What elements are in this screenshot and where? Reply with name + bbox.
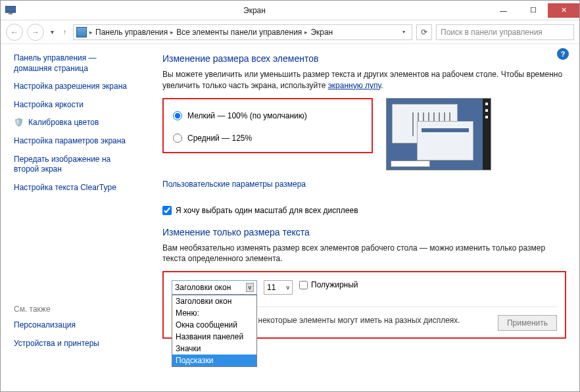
- up-button[interactable]: ↑: [60, 28, 69, 36]
- chevron-right-icon: ▸: [89, 29, 93, 36]
- help-icon[interactable]: ?: [557, 48, 569, 60]
- breadcrumb-item[interactable]: Экран: [310, 28, 333, 37]
- font-size-select[interactable]: 11v: [264, 280, 293, 295]
- sidebar-link-brightness[interactable]: Настройка яркости: [14, 100, 132, 110]
- history-dropdown-icon[interactable]: ▾: [48, 28, 57, 36]
- preview-image: [386, 98, 491, 170]
- search-input[interactable]: Поиск в панели управления: [436, 24, 574, 40]
- custom-scaling-link[interactable]: Пользовательские параметры размера: [162, 180, 306, 189]
- app-icon: [1, 6, 20, 15]
- main-panel: ? Изменение размера всех элементов Вы мо…: [139, 44, 579, 391]
- option-icons[interactable]: Значки: [172, 343, 256, 355]
- radio-medium-input[interactable]: [173, 134, 182, 143]
- sidebar-link-cleartype[interactable]: Настройка текста ClearType: [14, 183, 132, 193]
- text-size-controls-highlight: Заголовки оконv Заголовки окон Меню: Окн…: [162, 271, 566, 339]
- option-messageboxes[interactable]: Окна сообщений: [172, 319, 256, 331]
- sidebar-link-resolution[interactable]: Настройка разрешения экрана: [14, 82, 132, 92]
- option-menus[interactable]: Меню:: [172, 307, 256, 319]
- close-button[interactable]: ✕: [548, 3, 579, 18]
- seealso-heading: См. также: [14, 305, 132, 314]
- maximize-button[interactable]: ☐: [518, 3, 548, 18]
- breadcrumb-item[interactable]: Панель управления: [95, 28, 168, 37]
- option-titlebars[interactable]: Заголовки окон: [172, 295, 256, 307]
- radio-small-input[interactable]: [173, 111, 182, 120]
- option-tooltips[interactable]: Подсказки: [172, 355, 256, 366]
- description: Вы можете увеличить или уменьшить размер…: [162, 69, 566, 91]
- svg-rect-1: [9, 12, 12, 14]
- titlebar: Экран — ☐ ✕: [1, 1, 579, 20]
- single-scale-label: Я хочу выбрать один масштаб для всех дис…: [176, 206, 358, 215]
- element-select-dropdown: Заголовки окон Меню: Окна сообщений Назв…: [172, 295, 257, 367]
- single-scale-checkbox[interactable]: [162, 206, 172, 215]
- back-button[interactable]: ←: [6, 24, 23, 41]
- chevron-down-icon: v: [287, 284, 290, 291]
- seealso-devices[interactable]: Устройства и принтеры: [14, 339, 132, 349]
- shield-icon: 🛡️: [14, 118, 24, 128]
- breadcrumb-dropdown-icon[interactable]: ▾: [399, 29, 409, 35]
- magnifier-link[interactable]: экранную лупу: [328, 81, 381, 90]
- page-heading: Изменение размера всех элементов: [162, 53, 566, 64]
- refresh-button[interactable]: ⟳: [416, 24, 432, 40]
- radio-medium[interactable]: Средний — 125%: [173, 134, 362, 143]
- bold-checkbox[interactable]: [299, 281, 308, 289]
- breadcrumb-item[interactable]: Все элементы панели управления: [176, 28, 302, 37]
- option-palettes[interactable]: Названия панелей: [172, 331, 256, 343]
- minimize-button[interactable]: —: [489, 3, 518, 18]
- sidebar-link-calibration[interactable]: 🛡️Калибровка цветов: [14, 118, 132, 128]
- radio-small[interactable]: Мелкий — 100% (по умолчанию): [173, 111, 362, 120]
- forward-button[interactable]: →: [27, 24, 44, 41]
- bold-label: Полужирный: [311, 280, 358, 289]
- apply-button[interactable]: Применить: [498, 315, 557, 331]
- monitor-icon: [76, 27, 87, 37]
- sidebar-link-display-settings[interactable]: Настройка параметров экрана: [14, 136, 132, 147]
- scale-options-highlight: Мелкий — 100% (по умолчанию) Средний — 1…: [162, 98, 373, 153]
- chevron-down-icon: v: [246, 283, 254, 292]
- chevron-right-icon: ▸: [170, 29, 174, 36]
- sidebar: Панель управления — домашняя страница На…: [1, 44, 139, 391]
- element-select[interactable]: Заголовки оконv: [172, 280, 257, 295]
- chevron-right-icon: ▸: [304, 29, 308, 36]
- svg-rect-0: [5, 6, 16, 12]
- text-size-heading: Изменение только размера текста: [162, 227, 566, 237]
- sidebar-link-project[interactable]: Передать изображение на второй экран: [14, 155, 132, 175]
- seealso-personalization[interactable]: Персонализация: [14, 320, 132, 331]
- sidebar-link-home[interactable]: Панель управления — домашняя страница: [14, 53, 132, 74]
- navbar: ← → ▾ ↑ ▸ Панель управления ▸ Все элемен…: [1, 20, 579, 44]
- text-size-description: Вам необязательно изменять размер всех э…: [162, 243, 566, 265]
- breadcrumb-bar[interactable]: ▸ Панель управления ▸ Все элементы панел…: [73, 24, 412, 40]
- window-title: Экран: [20, 6, 489, 15]
